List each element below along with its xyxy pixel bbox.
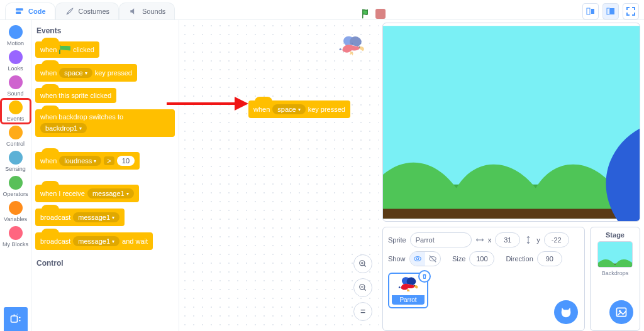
green-flag-button[interactable] xyxy=(360,8,372,19)
sprite-thumbnail[interactable]: Parrot xyxy=(388,273,428,308)
block-when-backdrop-switches[interactable]: when backdrop switches to backdrop1 xyxy=(35,109,175,137)
svg-rect-6 xyxy=(591,9,594,14)
direction-label: Direction xyxy=(506,255,533,263)
tab-code[interactable]: Code xyxy=(5,3,55,19)
stage-view[interactable] xyxy=(382,23,640,222)
backdrops-label: Backdrops xyxy=(602,270,629,276)
block-when-flag-clicked[interactable]: when clicked xyxy=(35,41,99,58)
backdrop-dropdown[interactable]: backdrop1 xyxy=(40,123,87,133)
zoom-out-button[interactable] xyxy=(353,278,372,297)
fullscreen-button[interactable] xyxy=(623,3,639,19)
size-input[interactable] xyxy=(469,251,494,266)
green-flag-icon xyxy=(59,45,70,54)
svg-rect-3 xyxy=(16,8,23,11)
x-arrow-icon xyxy=(475,237,484,243)
annotation-arrow-icon xyxy=(167,94,248,113)
message-dropdown[interactable]: message1 xyxy=(87,188,134,198)
stage-panel: Stage Backdrops xyxy=(590,227,640,331)
code-icon xyxy=(14,7,25,16)
category-sensing[interactable]: Sensing xyxy=(1,149,30,173)
add-backdrop-button[interactable] xyxy=(609,300,633,324)
block-when-loudness[interactable]: when loudness > 10 xyxy=(35,152,140,170)
x-input[interactable] xyxy=(495,232,520,247)
loudness-input[interactable]: 10 xyxy=(117,156,135,166)
loudness-dropdown[interactable]: loudness xyxy=(59,156,101,166)
tab-sounds-label: Sounds xyxy=(142,8,165,15)
block-when-sprite-clicked[interactable]: when this sprite clicked xyxy=(35,88,116,103)
category-operators[interactable]: Operators xyxy=(1,175,30,198)
y-label: y xyxy=(536,236,540,244)
small-stage-button[interactable] xyxy=(582,3,599,19)
zoom-reset-button[interactable]: = xyxy=(353,302,372,321)
script-block-when-key-pressed[interactable]: when space key pressed xyxy=(248,100,350,118)
category-variables[interactable]: Variables xyxy=(1,200,30,224)
svg-point-18 xyxy=(416,258,419,261)
tab-costumes[interactable]: Costumes xyxy=(55,3,119,19)
svg-rect-9 xyxy=(11,316,17,322)
key-dropdown[interactable]: space xyxy=(59,68,92,78)
block-broadcast[interactable]: broadcast message1 xyxy=(35,209,125,226)
block-broadcast-wait[interactable]: broadcast message1 and wait xyxy=(35,232,153,250)
tab-sounds[interactable]: Sounds xyxy=(119,3,175,19)
x-label: x xyxy=(488,236,492,244)
block-when-key-pressed[interactable]: when space key pressed xyxy=(35,64,137,82)
tab-code-label: Code xyxy=(28,8,46,15)
svg-marker-11 xyxy=(235,97,248,111)
sprite-name-input[interactable] xyxy=(410,232,472,247)
category-column: Motion Looks Sound Events Control Sensin… xyxy=(0,20,31,331)
sprite-thumb-name: Parrot xyxy=(392,295,425,305)
direction-input[interactable] xyxy=(537,251,562,266)
sprite-thumb-icon xyxy=(397,276,419,294)
stop-button[interactable] xyxy=(375,9,386,19)
add-extension-button[interactable] xyxy=(4,307,28,331)
script-key-dropdown[interactable]: space xyxy=(272,104,305,114)
broadcast-dropdown[interactable]: message1 xyxy=(73,212,119,222)
show-hidden-button[interactable] xyxy=(425,252,440,266)
zoom-in-button[interactable] xyxy=(353,254,372,273)
sound-icon xyxy=(128,7,138,16)
category-myblocks[interactable]: My Blocks xyxy=(1,225,30,249)
category-looks[interactable]: Looks xyxy=(1,49,30,73)
add-sprite-button[interactable] xyxy=(554,300,578,324)
svg-rect-5 xyxy=(587,8,590,14)
sprite-label: Sprite xyxy=(388,236,406,244)
block-palette[interactable]: Events when clicked when space key press… xyxy=(31,20,179,331)
category-motion[interactable]: Motion xyxy=(1,24,30,48)
palette-section-control: Control xyxy=(36,259,175,268)
palette-section-events: Events xyxy=(36,26,175,35)
large-stage-button[interactable] xyxy=(602,3,619,19)
show-visible-button[interactable] xyxy=(410,252,425,266)
svg-rect-7 xyxy=(607,8,609,14)
sprite-watermark-icon xyxy=(337,35,366,58)
delete-sprite-button[interactable] xyxy=(418,270,431,283)
y-input[interactable] xyxy=(544,232,569,247)
category-events[interactable]: Events xyxy=(1,99,30,123)
script-canvas[interactable]: when space key pressed = xyxy=(179,20,379,331)
size-label: Size xyxy=(452,255,465,263)
tab-costumes-label: Costumes xyxy=(79,8,110,15)
backdrop-thumbnail[interactable] xyxy=(597,241,633,268)
svg-rect-8 xyxy=(610,8,614,14)
broadcast-wait-dropdown[interactable]: message1 xyxy=(73,236,119,246)
brush-icon xyxy=(65,7,75,16)
category-control[interactable]: Control xyxy=(1,124,30,148)
category-sound[interactable]: Sound xyxy=(1,74,30,98)
y-arrow-icon xyxy=(525,236,531,244)
block-when-receive[interactable]: when I receive message1 xyxy=(35,185,139,202)
stage-title: Stage xyxy=(606,231,625,239)
show-label: Show xyxy=(388,255,406,263)
svg-rect-4 xyxy=(16,12,21,14)
svg-point-17 xyxy=(414,257,421,261)
sprite-info-panel: Sprite x y Show Size xyxy=(382,227,585,331)
